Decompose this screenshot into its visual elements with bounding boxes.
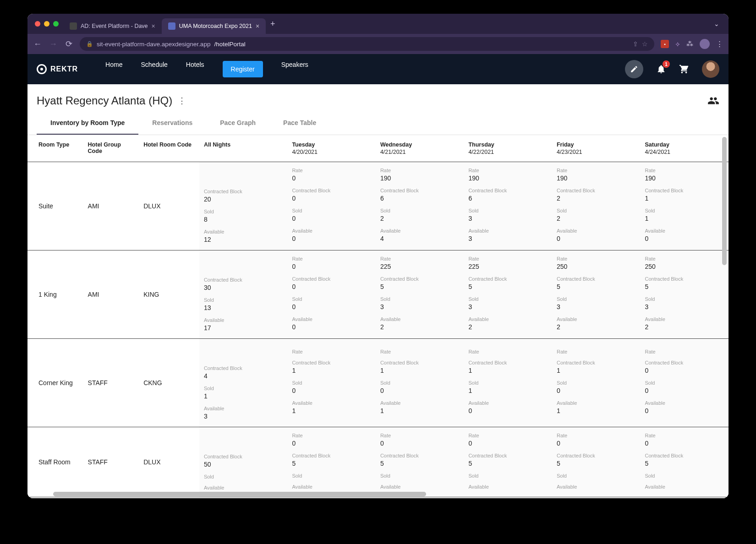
- maximize-window-icon[interactable]: [53, 21, 59, 27]
- metric-label: Sold: [204, 209, 283, 214]
- th-day[interactable]: Thursday4/22/2021: [464, 135, 552, 162]
- th-day[interactable]: Saturday4/24/2021: [640, 135, 729, 162]
- tab-reservations[interactable]: Reservations: [138, 112, 206, 135]
- browser-tab-strip: AD: Event Platform - Dave × UMA Motorcoa…: [27, 14, 729, 34]
- profile-avatar-icon[interactable]: [700, 39, 710, 49]
- tab-inventory[interactable]: Inventory by Room Type: [37, 112, 138, 135]
- cart-button[interactable]: [679, 64, 689, 74]
- cell-room-type: Suite: [27, 162, 83, 250]
- metric-label: Sold: [557, 473, 636, 479]
- nav-register-button[interactable]: Register: [223, 61, 263, 77]
- metric-value: 0: [468, 407, 472, 414]
- page-content: Hyatt Regency Atlanta (HQ) ⋮ Inventory b…: [27, 84, 729, 498]
- metric-label: Sold: [645, 208, 724, 213]
- more-options-button[interactable]: ⋮: [178, 96, 186, 106]
- share-icon[interactable]: ⇪: [633, 40, 638, 48]
- metric-value: 2: [557, 323, 560, 331]
- tabs-overflow-icon[interactable]: ⌄: [714, 20, 724, 27]
- cell-day: Rate0Contracted Block0Sold0Available0: [287, 250, 376, 339]
- cell-day: Rate0Contracted Block5SoldAvailable: [552, 427, 641, 497]
- extensions-menu-icon[interactable]: ⁂: [686, 40, 693, 48]
- metric-label: Rate: [468, 349, 548, 354]
- metric-label: Sold: [645, 296, 724, 302]
- metric-label: Contracted Block: [380, 360, 460, 365]
- th-day[interactable]: Tuesday4/20/2021: [287, 135, 376, 162]
- close-tab-icon[interactable]: ×: [256, 22, 259, 30]
- th-day[interactable]: Wednesday4/21/2021: [376, 135, 464, 162]
- cell-day: RateContracted Block1Sold1Available0: [464, 339, 552, 427]
- metric-label: Rate: [380, 349, 460, 354]
- minimize-window-icon[interactable]: [44, 21, 49, 27]
- main-nav: Home Schedule Hotels Register Speakers: [105, 61, 308, 77]
- table-scroll-area[interactable]: Room Type Hotel Group Code Hotel Room Co…: [27, 135, 729, 498]
- browser-menu-icon[interactable]: ⋮: [716, 40, 723, 48]
- close-window-icon[interactable]: [35, 21, 40, 27]
- cell-day: Rate190Contracted Block6Sold2Available4: [376, 162, 464, 250]
- extension-icon[interactable]: ⟡: [675, 40, 680, 48]
- metric-value: 0: [557, 235, 560, 242]
- cell-day: Rate0Contracted Block5SoldAvailable: [287, 427, 376, 497]
- metric-value: 5: [468, 460, 472, 467]
- page-title: Hyatt Regency Atlanta (HQ): [37, 94, 172, 107]
- metric-label: Available: [292, 484, 371, 490]
- metric-label: Rate: [557, 256, 636, 261]
- th-all-nights[interactable]: All Nights: [199, 135, 288, 162]
- content-tabs: Inventory by Room Type Reservations Pace…: [27, 112, 729, 135]
- metric-label: Rate: [557, 168, 636, 173]
- metric-value: 1: [380, 407, 384, 414]
- metric-value: 50: [204, 461, 211, 468]
- nav-speakers[interactable]: Speakers: [281, 61, 308, 77]
- metric-label: Contracted Block: [557, 453, 636, 458]
- browser-tab-active[interactable]: UMA Motorcoach Expo 2021 ×: [162, 18, 266, 34]
- user-avatar[interactable]: [702, 60, 719, 78]
- address-bar[interactable]: 🔒 sit-event-platform-dave.apexdesigner.a…: [80, 37, 654, 51]
- browser-tab[interactable]: AD: Event Platform - Dave ×: [63, 18, 162, 34]
- metric-value: 17: [204, 324, 211, 332]
- brand-logo[interactable]: REKTR: [37, 64, 78, 74]
- th-hotel-group-code[interactable]: Hotel Group Code: [83, 135, 139, 162]
- metric-value: 1: [557, 407, 560, 414]
- metric-value: 13: [204, 304, 211, 311]
- cell-day: Rate190Contracted Block6Sold3Available3: [464, 162, 552, 250]
- th-hotel-room-code[interactable]: Hotel Room Code: [139, 135, 199, 162]
- horizontal-scrollbar[interactable]: [53, 491, 719, 497]
- vertical-scrollbar[interactable]: [721, 135, 728, 498]
- cell-room-type: 1 King: [27, 250, 83, 339]
- th-day[interactable]: Friday4/23/2021: [552, 135, 641, 162]
- favicon-icon: [168, 22, 175, 30]
- new-tab-button[interactable]: +: [266, 19, 280, 29]
- nav-home[interactable]: Home: [105, 61, 122, 77]
- nav-hotels[interactable]: Hotels: [186, 61, 204, 77]
- tab-pace-table[interactable]: Pace Table: [269, 112, 330, 135]
- cell-day: Rate0Contracted Block5SoldAvailable: [376, 427, 464, 497]
- metric-label: Sold: [380, 208, 460, 213]
- edit-button[interactable]: [625, 60, 643, 78]
- metric-value: 4: [380, 235, 384, 242]
- cell-group-code: STAFF: [83, 427, 139, 497]
- th-room-type[interactable]: Room Type: [27, 135, 83, 162]
- cell-day: RateContracted Block1Sold0Available1: [376, 339, 464, 427]
- metric-value: 0: [292, 303, 296, 310]
- metric-value: 30: [204, 284, 211, 291]
- metric-label: Rate: [468, 256, 548, 261]
- close-tab-icon[interactable]: ×: [152, 22, 155, 30]
- cell-day: Rate190Contracted Block1Sold1Available0: [640, 162, 729, 250]
- extension-icon[interactable]: ▪: [661, 40, 669, 48]
- notifications-button[interactable]: 1: [656, 64, 666, 74]
- metric-label: Rate: [468, 433, 548, 438]
- metric-label: Contracted Block: [380, 188, 460, 193]
- forward-button[interactable]: →: [49, 39, 58, 49]
- metric-label: Sold: [468, 208, 548, 213]
- metric-label: Contracted Block: [557, 360, 636, 365]
- bookmark-icon[interactable]: ☆: [642, 40, 648, 48]
- metric-value: 1: [645, 195, 648, 202]
- reload-button[interactable]: ⟳: [64, 39, 73, 49]
- tab-pace-graph[interactable]: Pace Graph: [206, 112, 269, 135]
- people-button[interactable]: [707, 95, 719, 107]
- table-row: Staff RoomSTAFFDLUXContracted Block50Sol…: [27, 427, 729, 497]
- metric-value: 4: [204, 372, 208, 380]
- metric-value: 1: [468, 367, 472, 374]
- nav-schedule[interactable]: Schedule: [141, 61, 167, 77]
- metric-label: Rate: [557, 349, 636, 354]
- back-button[interactable]: ←: [33, 39, 42, 49]
